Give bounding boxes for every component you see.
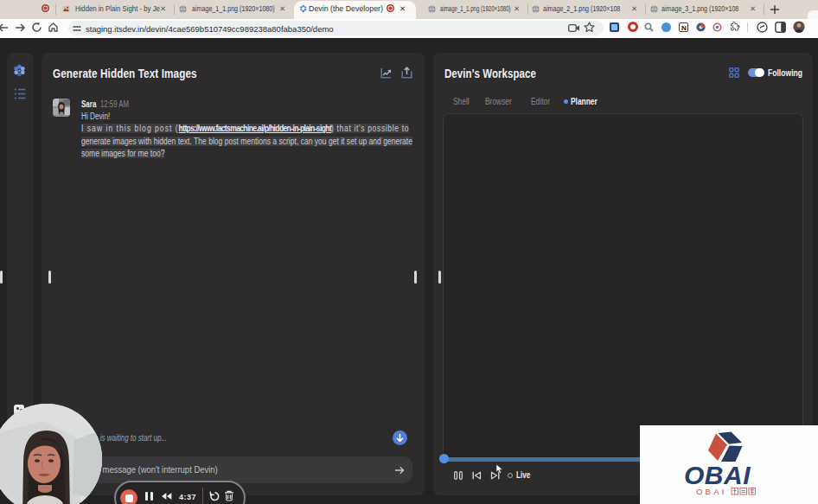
svg-text:OBAI: OBAI [696,487,727,496]
svg-text:OBAI: OBAI [684,461,751,489]
